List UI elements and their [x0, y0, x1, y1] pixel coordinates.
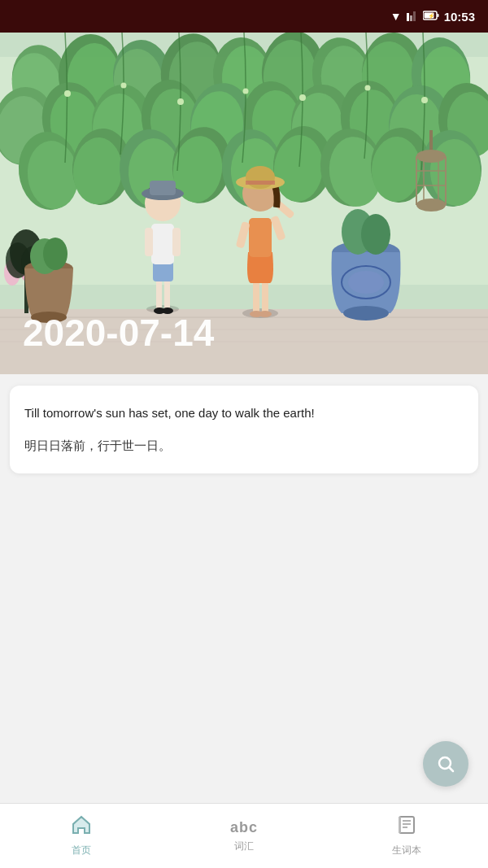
abc-icon: abc	[230, 819, 258, 836]
svg-point-90	[348, 271, 384, 294]
nav-label-home: 首页	[72, 844, 91, 857]
nav-item-wordbook[interactable]: 生词本	[374, 814, 439, 857]
svg-line-130	[450, 768, 454, 772]
search-icon	[436, 754, 455, 774]
svg-point-109	[259, 311, 272, 317]
svg-point-71	[421, 97, 428, 103]
status-icons: ▼ ⚡ 10:53	[390, 10, 475, 24]
svg-point-65	[64, 90, 71, 97]
svg-rect-1	[410, 15, 412, 21]
status-time: 10:53	[444, 10, 475, 24]
hero-section: 2020-07-14	[0, 33, 488, 374]
svg-rect-0	[407, 13, 409, 21]
svg-point-92	[361, 214, 390, 255]
svg-point-127	[416, 198, 446, 212]
wifi-icon: ▼	[390, 10, 402, 23]
garden-illustration: 2020-07-14	[0, 33, 488, 374]
svg-rect-94	[156, 277, 162, 311]
svg-rect-5	[437, 14, 438, 17]
svg-rect-95	[164, 277, 170, 311]
svg-point-69	[299, 94, 306, 101]
battery-icon: ⚡	[423, 10, 439, 23]
signal-icon	[407, 10, 418, 24]
home-icon	[71, 814, 92, 840]
nav-label-vocab: 词汇	[234, 840, 254, 853]
bottom-nav: 首页 abc 词汇 生词本	[0, 803, 488, 868]
svg-point-70	[365, 85, 371, 91]
svg-point-86	[43, 238, 68, 270]
svg-rect-110	[249, 218, 272, 257]
book-icon	[396, 814, 417, 840]
nav-item-home[interactable]: 首页	[49, 814, 114, 857]
svg-text:2020-07-14: 2020-07-14	[23, 312, 215, 354]
svg-point-116	[246, 166, 275, 189]
quote-card: Till tomorrow's sun has set, one day to …	[10, 386, 478, 473]
nav-item-vocab[interactable]: abc 词汇	[211, 819, 277, 853]
svg-rect-100	[145, 228, 153, 256]
status-bar: ▼ ⚡ 10:53	[0, 0, 488, 33]
nav-label-wordbook: 生词本	[392, 844, 421, 857]
svg-rect-117	[246, 181, 275, 185]
svg-rect-104	[150, 181, 176, 195]
svg-point-66	[121, 83, 127, 89]
svg-point-88	[343, 306, 389, 321]
svg-rect-101	[172, 228, 181, 256]
svg-point-68	[243, 89, 249, 94]
svg-rect-99	[151, 224, 174, 264]
svg-rect-131	[399, 817, 414, 833]
fab-search-button[interactable]	[423, 741, 468, 787]
quote-english: Till tomorrow's sun has set, one day to …	[24, 403, 464, 423]
svg-rect-135	[399, 817, 401, 833]
svg-point-67	[177, 98, 184, 105]
svg-text:⚡: ⚡	[428, 12, 435, 20]
quote-chinese: 明日日落前，行于世一日。	[24, 436, 464, 456]
svg-rect-2	[413, 11, 416, 21]
